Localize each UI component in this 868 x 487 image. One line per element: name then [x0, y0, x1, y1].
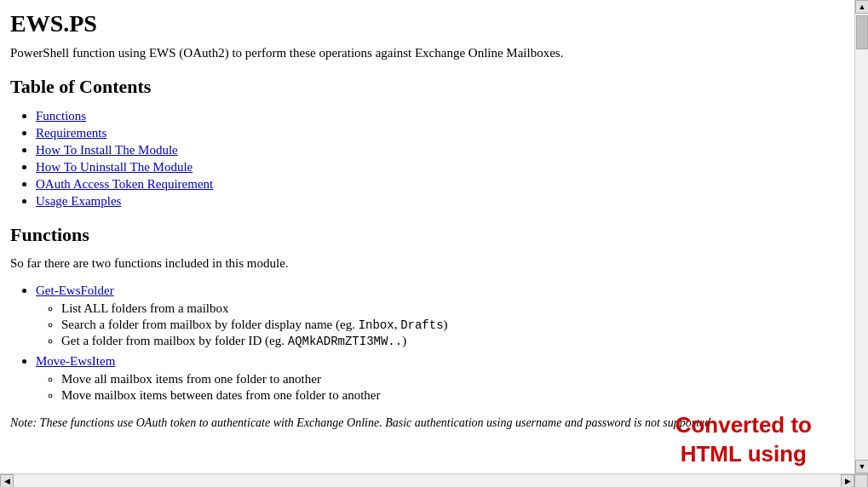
list-item: Move all mailbox items from one folder t…	[61, 372, 837, 387]
list-item: List ALL folders from a mailbox	[61, 301, 837, 316]
functions-section: Functions So far there are two functions…	[10, 224, 837, 430]
toc-link-install[interactable]: How To Install The Module	[36, 143, 178, 157]
code-folderid: AQMkADRmZTI3MW..	[288, 335, 402, 348]
subfunc-move-1: Move all mailbox items from one folder t…	[61, 372, 321, 386]
get-ewsfolder-link[interactable]: Get-EwsFolder	[36, 284, 114, 297]
note-text: Note: These functions use OAuth token to…	[10, 416, 837, 430]
functions-intro: So far there are two functions included …	[10, 256, 837, 271]
scroll-up-button[interactable]: ▲	[855, 0, 868, 14]
scroll-right-button[interactable]: ▶	[841, 474, 854, 488]
toc-link-oauth[interactable]: OAuth Access Token Requirement	[36, 177, 213, 191]
vertical-scrollbar[interactable]: ▲ ▼	[854, 0, 868, 473]
subfunc-move-2: Move mailbox items between dates from on…	[61, 388, 380, 402]
scroll-left-button[interactable]: ◀	[0, 474, 14, 488]
functions-list: Get-EwsFolder List ALL folders from a ma…	[36, 283, 837, 403]
subfunc-text-3: Get a folder from mailbox by folder ID (…	[61, 334, 406, 347]
scrollbar-corner	[854, 474, 868, 488]
code-drafts: Drafts	[400, 318, 443, 332]
page-title: EWS.PS	[10, 10, 837, 37]
horizontal-scrollbar[interactable]: ◀ ▶	[0, 473, 868, 487]
list-item: Usage Examples	[36, 193, 837, 209]
code-inbox: Inbox	[359, 318, 394, 332]
watermark-line3: Notepad++	[675, 469, 812, 473]
list-item: Search a folder from mailbox by folder d…	[61, 318, 837, 332]
list-item: Get-EwsFolder List ALL folders from a ma…	[36, 283, 837, 348]
subtitle: PowerShell function using EWS (OAuth2) t…	[10, 46, 837, 60]
list-item: OAuth Access Token Requirement	[36, 176, 837, 192]
watermark-line2: HTML using	[675, 440, 812, 469]
toc-link-requirements[interactable]: Requirements	[36, 126, 106, 140]
scroll-track[interactable]	[855, 14, 868, 460]
list-item: Requirements	[36, 125, 837, 140]
list-item: How To Uninstall The Module	[36, 159, 837, 175]
move-ewsitem-sublist: Move all mailbox items from one folder t…	[61, 372, 837, 403]
subfunc-text-2: Search a folder from mailbox by folder d…	[61, 318, 448, 331]
list-item: Functions	[36, 108, 837, 123]
list-item: Move-EwsItem Move all mailbox items from…	[36, 353, 837, 403]
functions-heading: Functions	[10, 224, 837, 246]
list-item: Move mailbox items between dates from on…	[61, 388, 837, 403]
toc-list: Functions Requirements How To Install Th…	[36, 108, 837, 209]
list-item: Get a folder from mailbox by folder ID (…	[61, 334, 837, 348]
get-ewsfolder-sublist: List ALL folders from a mailbox Search a…	[61, 301, 837, 348]
move-ewsitem-link[interactable]: Move-EwsItem	[36, 354, 115, 368]
subfunc-text-1: List ALL folders from a mailbox	[61, 301, 229, 315]
toc-link-uninstall[interactable]: How To Uninstall The Module	[36, 160, 193, 174]
toc-link-functions[interactable]: Functions	[36, 109, 86, 123]
list-item: How To Install The Module	[36, 142, 837, 158]
content-area[interactable]: EWS.PS PowerShell function using EWS (OA…	[0, 0, 854, 473]
toc-link-usage[interactable]: Usage Examples	[36, 194, 121, 208]
scroll-thumb[interactable]	[856, 15, 868, 49]
scroll-down-button[interactable]: ▼	[855, 460, 868, 473]
toc-heading: Table of Contents	[10, 76, 837, 98]
